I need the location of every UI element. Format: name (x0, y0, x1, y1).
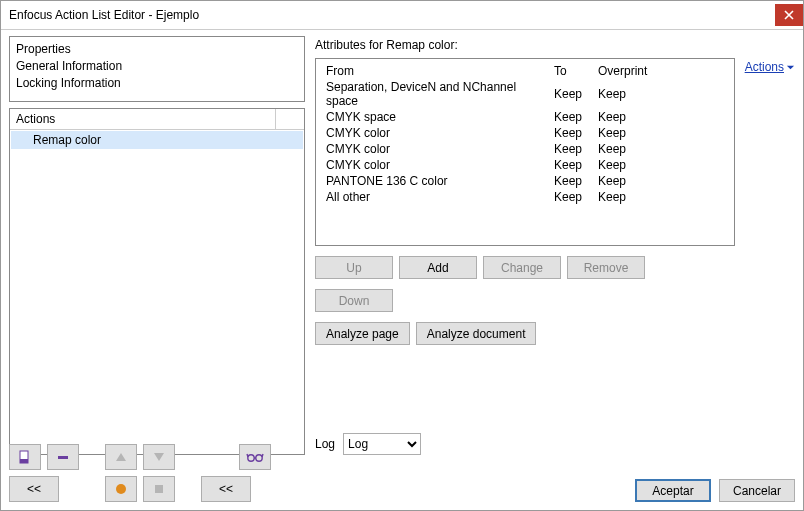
properties-header: Properties (16, 41, 298, 58)
svg-point-3 (116, 484, 126, 494)
svg-rect-4 (155, 485, 163, 493)
cell-from: Separation, DeviceN and NChannel space (322, 79, 550, 109)
properties-item-locking[interactable]: Locking Information (16, 75, 298, 92)
add-button[interactable]: Add (399, 256, 477, 279)
close-button[interactable] (775, 4, 803, 26)
attributes-table-box[interactable]: From To Overprint Separation, DeviceN an… (315, 58, 735, 246)
cell-overprint: Keep (594, 173, 734, 189)
attributes-title: Attributes for Remap color: (315, 38, 795, 52)
properties-item-general[interactable]: General Information (16, 58, 298, 75)
tool-new-button[interactable] (9, 444, 41, 470)
actions-list[interactable]: Actions Remap color (9, 108, 305, 455)
table-row[interactable]: CMYK spaceKeepKeep (322, 109, 734, 125)
action-item-label: Remap color (33, 133, 101, 147)
footer-toolbar: << (1, 438, 803, 510)
minus-icon (56, 450, 70, 464)
table-row[interactable]: CMYK colorKeepKeep (322, 125, 734, 141)
cell-overprint: Keep (594, 109, 734, 125)
attributes-table: From To Overprint Separation, DeviceN an… (322, 63, 734, 205)
cell-to: Keep (550, 109, 594, 125)
tool-move-down-button[interactable] (143, 444, 175, 470)
left-panel: Properties General Information Locking I… (9, 36, 305, 455)
cancel-button[interactable]: Cancelar (719, 479, 795, 502)
col-overprint[interactable]: Overprint (594, 63, 734, 79)
actions-link-label: Actions (745, 60, 784, 74)
svg-rect-1 (20, 459, 28, 463)
tool-move-up-button[interactable] (105, 444, 137, 470)
tool-stop-button[interactable] (143, 476, 175, 502)
cell-to: Keep (550, 125, 594, 141)
cell-from: CMYK color (322, 125, 550, 141)
actions-dropdown-link[interactable]: Actions (745, 60, 795, 74)
tool-back-button-2[interactable]: << (201, 476, 251, 502)
table-row[interactable]: PANTONE 136 C colorKeepKeep (322, 173, 734, 189)
cell-overprint: Keep (594, 79, 734, 109)
glasses-icon (246, 451, 264, 463)
tool-record-button[interactable] (105, 476, 137, 502)
cell-overprint: Keep (594, 125, 734, 141)
cell-to: Keep (550, 173, 594, 189)
col-to[interactable]: To (550, 63, 594, 79)
cell-to: Keep (550, 141, 594, 157)
actions-header: Actions (10, 109, 275, 129)
down-button[interactable]: Down (315, 289, 393, 312)
up-button[interactable]: Up (315, 256, 393, 279)
actions-header-row: Actions (10, 109, 304, 130)
table-row[interactable]: Separation, DeviceN and NChannel spaceKe… (322, 79, 734, 109)
svg-rect-2 (58, 456, 68, 459)
window-title: Enfocus Action List Editor - Ejemplo (9, 8, 775, 22)
tool-preview-button[interactable] (239, 444, 271, 470)
dialog-window: Enfocus Action List Editor - Ejemplo Pro… (0, 0, 804, 511)
analyze-page-button[interactable]: Analyze page (315, 322, 410, 345)
accept-button[interactable]: Aceptar (635, 479, 711, 502)
tool-back-button-1[interactable]: << (9, 476, 59, 502)
remove-button[interactable]: Remove (567, 256, 645, 279)
tool-delete-button[interactable] (47, 444, 79, 470)
chevron-down-icon (786, 63, 795, 72)
svg-point-5 (248, 455, 254, 461)
cell-to: Keep (550, 157, 594, 173)
col-from[interactable]: From (322, 63, 550, 79)
cell-to: Keep (550, 79, 594, 109)
change-button[interactable]: Change (483, 256, 561, 279)
action-item-remap-color[interactable]: Remap color (11, 131, 303, 149)
actions-header-col2 (275, 109, 304, 129)
table-row[interactable]: CMYK colorKeepKeep (322, 157, 734, 173)
triangle-up-icon (115, 451, 127, 463)
analyze-document-button[interactable]: Analyze document (416, 322, 537, 345)
cell-from: All other (322, 189, 550, 205)
table-row[interactable]: CMYK colorKeepKeep (322, 141, 734, 157)
cell-to: Keep (550, 189, 594, 205)
cell-from: CMYK color (322, 157, 550, 173)
cell-from: CMYK color (322, 141, 550, 157)
record-icon (115, 483, 127, 495)
cell-from: PANTONE 136 C color (322, 173, 550, 189)
table-row[interactable]: All otherKeepKeep (322, 189, 734, 205)
title-bar: Enfocus Action List Editor - Ejemplo (1, 1, 803, 30)
cell-overprint: Keep (594, 157, 734, 173)
cell-overprint: Keep (594, 141, 734, 157)
cell-overprint: Keep (594, 189, 734, 205)
svg-point-6 (256, 455, 262, 461)
triangle-down-icon (153, 451, 165, 463)
attributes-panel: Attributes for Remap color: From To Over… (315, 36, 795, 455)
close-icon (784, 10, 794, 20)
document-icon (18, 450, 32, 464)
cell-from: CMYK space (322, 109, 550, 125)
properties-list[interactable]: Properties General Information Locking I… (9, 36, 305, 102)
stop-icon (153, 483, 165, 495)
